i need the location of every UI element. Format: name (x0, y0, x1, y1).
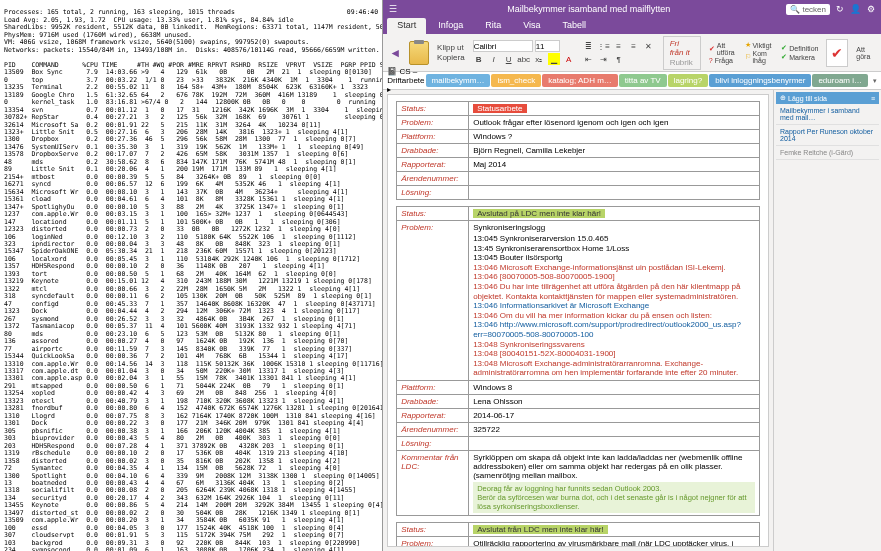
underline-button[interactable]: U (503, 53, 515, 65)
copy-label[interactable]: Kopiera (437, 53, 465, 62)
back-icon[interactable]: ◄ (389, 46, 401, 60)
tab-infoga[interactable]: Infoga (428, 18, 473, 34)
terminal-net: Networks: packets: 15540/84M in, 13493/1… (4, 46, 380, 54)
app-menu-icon[interactable]: ☰ (389, 4, 397, 14)
app-window: ☰ Mailbekymmer isamband med mailflytten … (382, 0, 881, 551)
section-inlogg[interactable]: blivi inloggningsbenyrmer (709, 74, 811, 87)
page-item-2[interactable]: Rapport Per Runeson oktober 2014 (776, 125, 879, 146)
user-icon[interactable]: 👤 (850, 4, 861, 14)
titlebar: ☰ Mailbekymmer isamband med mailflytten … (383, 0, 881, 18)
tag-question[interactable]: Fråga (715, 57, 733, 64)
align-center-button[interactable]: ≡ (628, 40, 640, 52)
tab-tabell[interactable]: Tabell (553, 18, 597, 34)
terminal-panel: 09:46:40Processes: 165 total, 2 running,… (0, 0, 382, 551)
paste-icon[interactable] (409, 41, 429, 65)
font-size[interactable] (535, 40, 560, 52)
clear-format-button[interactable]: ✕ (643, 40, 655, 52)
case-block-1: Status:Statusarbete Problem:Outlook fråg… (396, 101, 760, 200)
section-add[interactable]: ▾ (873, 77, 877, 85)
highlight-button[interactable]: ▁ (548, 53, 560, 65)
status-badge: Statusarbete (473, 104, 526, 113)
todo-big-button[interactable]: ✔ (826, 39, 848, 67)
sync-log: 13:045 Synkroniserarversion 15.0.46513:4… (473, 234, 755, 378)
settings-icon[interactable]: ⚙ (867, 4, 875, 14)
frame-sub: Rubrik (670, 58, 694, 67)
strike-button[interactable]: abc (518, 53, 530, 65)
tag-important[interactable]: Viktigt (753, 42, 772, 49)
font-color-button[interactable]: A (563, 53, 575, 65)
section-lagring[interactable]: lagring? (668, 74, 708, 87)
workspace: Status:Statusarbete Problem:Outlook fråg… (383, 90, 881, 551)
tag-highlight[interactable]: Markera (789, 54, 815, 61)
section-ism[interactable]: ism_check (491, 74, 541, 87)
tag-definition[interactable]: Definition (789, 45, 818, 52)
terminal-clock: 09:46:40 (347, 9, 378, 16)
case-block-3: Status:Avslutat från LDC men inte klar h… (396, 522, 760, 547)
terminal-rows: 13509 Box Sync 7.9 14:03.66 >9 4 129 61k… (4, 69, 378, 551)
page-item-1[interactable]: Mailbekymmer i samband med mail… (776, 104, 879, 125)
menu-tabs: Start Infoga Rita Visa Tabell (383, 18, 881, 34)
bullets-button[interactable]: ≣ (583, 40, 595, 52)
tab-rita[interactable]: Rita (475, 18, 511, 34)
tag-remember[interactable]: Kom ihåg (753, 50, 774, 64)
section-titta[interactable]: titta av TV (619, 74, 667, 87)
outdent-button[interactable]: ⇤ (583, 53, 595, 65)
align-left-button[interactable]: ≡ (613, 40, 625, 52)
status-badge: Avslutat från LDC men inte klar här! (473, 525, 608, 534)
page-item-3[interactable]: Femke Reitche (i-Gärd) (776, 146, 879, 160)
note-box: Deorag får av loggning har funnits sedan… (473, 482, 755, 513)
section-katalog[interactable]: katalog; ADH m… (542, 74, 618, 87)
todo-big-label: Att göra (856, 46, 875, 60)
frame-label[interactable]: Fri från it (670, 39, 694, 57)
ribbon: ◄ Klipp ut Kopiera B I U abc x₂ ▁ A (383, 34, 881, 72)
document-canvas[interactable]: Status:Statusarbete Problem:Outlook fråg… (387, 94, 769, 547)
indent-button[interactable]: ⇥ (598, 53, 610, 65)
case-block-2: Status:Avslutad på LDC men inte klar här… (396, 206, 760, 516)
italic-button[interactable]: I (488, 53, 500, 65)
window-title: Mailbekymmer isamband med mailflytten (397, 4, 780, 14)
tab-visa[interactable]: Visa (513, 18, 550, 34)
tab-start[interactable]: Start (387, 18, 426, 34)
tag-todo[interactable]: Att utföra (717, 42, 737, 56)
section-mailbekymm[interactable]: mailbekymm… (426, 74, 491, 87)
add-page-button[interactable]: ⊕ Lägg till sida ≡ (776, 92, 879, 104)
status-badge: Avslutad på LDC men inte klar här! (473, 209, 605, 218)
numbering-button[interactable]: ⋮≡ (598, 40, 610, 52)
cut-label[interactable]: Klipp ut (437, 43, 465, 52)
section-eduroam[interactable]: eduroam i… (812, 74, 868, 87)
bold-button[interactable]: B (473, 53, 485, 65)
sync-icon[interactable]: ↻ (836, 4, 844, 14)
search-box[interactable]: 🔍 tecken (786, 4, 830, 15)
page-list: ⊕ Lägg till sida ≡ Mailbekymmer i samban… (773, 90, 881, 551)
section-tabs: 📓 CS – Driftarbete ▸ mailbekymm… ism_che… (383, 72, 881, 90)
paragraph-button[interactable]: ¶ (613, 53, 625, 65)
font-select[interactable] (473, 40, 533, 52)
subscript-button[interactable]: x₂ (533, 53, 545, 65)
